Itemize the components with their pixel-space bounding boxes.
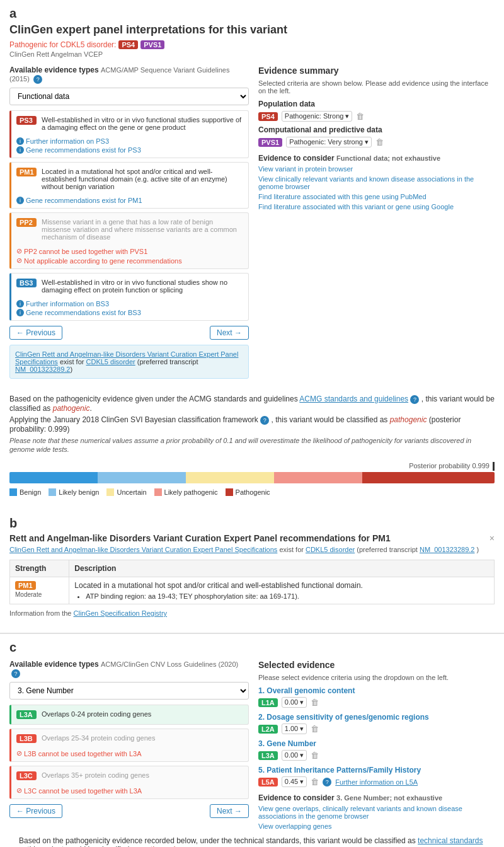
technical-standards-link[interactable]: technical standards	[418, 836, 483, 845]
help-icon-c[interactable]: ?	[11, 669, 20, 678]
bar-benign	[9, 472, 98, 483]
pm1-bullet-1: ATP binding region: aa 19-43; TEY phosph…	[86, 592, 489, 600]
evidence-item-pp2: PP2 Missense variant in a gene that has …	[9, 212, 249, 269]
l2a-delete-icon[interactable]: 🗑	[311, 724, 319, 734]
badge-pm1: PM1	[16, 168, 37, 176]
ev-link-1[interactable]: View variant in protein browser	[258, 165, 495, 173]
pm1-gene-link[interactable]: Gene recommendations exist for PM1	[26, 197, 142, 204]
evidence-types-label-c: Available evidence types	[9, 660, 99, 669]
l1a-delete-icon[interactable]: 🗑	[311, 698, 319, 707]
ev-link-3[interactable]: Find literature associated with this gen…	[258, 193, 495, 200]
evidence-item-pm1: PM1 Located in a mutational hot spot and…	[9, 162, 249, 209]
badge-l2a: L2A	[258, 725, 278, 734]
section-letter-c: c	[9, 640, 495, 655]
acmg-link[interactable]: ACMG standards and guidelines	[299, 395, 408, 403]
panel-footer-b: Information from the ClinGen Specificati…	[9, 609, 495, 617]
help-icon-l5a[interactable]: ?	[323, 778, 331, 786]
evidence-consider-label-c: Evidence to consider 3. Gene Number; not…	[258, 793, 495, 802]
evidence-summary-desc: Selected criteria are shown below. Pleas…	[258, 79, 495, 95]
prev-button-a[interactable]: ← Previous	[9, 326, 62, 340]
ev-link-c-2[interactable]: View overlapping genes	[258, 822, 495, 830]
guidelines-ref-c: ACMG/ClinGen CNV Loss Guidelines (2020)	[101, 660, 238, 668]
evidence-consider-sub-a: Functional data; not exhaustive	[336, 154, 440, 162]
ps3-info-link[interactable]: Further information on PS3	[26, 137, 109, 145]
classification-text-2a: Applying the January 2018 ClinGen SVI Ba…	[9, 415, 258, 424]
next-button-c[interactable]: Next →	[210, 804, 249, 818]
ps3-gene-link[interactable]: Gene recommendations exist for PS3	[26, 146, 141, 154]
help-icon-bayes[interactable]: ?	[260, 416, 269, 425]
evidence-item-ps3: PS3 Well-established in vitro or in vivo…	[9, 110, 249, 158]
l3a-delete-icon[interactable]: 🗑	[311, 751, 319, 760]
help-icon-class[interactable]: ?	[410, 395, 419, 404]
l3a-description: Overlaps 0-24 protein coding genes	[42, 710, 151, 718]
evidence-item-l3c: L3C Overlaps 35+ protein coding genes ⊘L…	[9, 766, 249, 799]
evidence-item-l3a: L3A Overlaps 0-24 protein coding genes	[9, 705, 249, 725]
cdkl5-link-b[interactable]: CDKL5 disorder	[306, 546, 355, 553]
transcript-link[interactable]: NM_001323289.2	[15, 366, 70, 373]
l5a-value-select[interactable]: 0.45 ▾	[282, 776, 307, 787]
sel-ev-section-2-label: 2. Dosage sensitivity of genes/genomic r…	[258, 713, 495, 722]
badge-ps4: PS4	[118, 40, 138, 49]
col-strength: Strength	[10, 560, 69, 577]
sel-ev-section-5-label: 5. Patient Inheritance Patterns/Family H…	[258, 766, 495, 775]
pvs1-delete-icon[interactable]: 🗑	[375, 137, 384, 147]
panel-subtitle-b: ClinGen Rett and Angelman-like Disorders…	[9, 546, 495, 553]
classification-text-1a: Based on the pathogenicity evidence give…	[9, 395, 298, 403]
ps4-delete-icon[interactable]: 🗑	[356, 112, 364, 121]
badge-pvs1-summary: PVS1	[258, 138, 282, 147]
section-c: c Available evidence types ACMG/ClinGen …	[0, 633, 504, 847]
l3a-value-select[interactable]: 0.00 ▾	[282, 750, 307, 761]
classification-word-2: pathogenic	[390, 415, 427, 424]
prev-button-c[interactable]: ← Previous	[9, 804, 62, 818]
spec-registry-link[interactable]: ClinGen Specification Registry	[74, 609, 168, 617]
cdkl5-link[interactable]: CDKL5 disorder	[86, 358, 135, 366]
main-title: ClinGen expert panel interpretations for…	[9, 23, 495, 37]
ev-link-c-1[interactable]: View gene overlaps, clinically relevant …	[258, 805, 495, 820]
badge-l1a: L1A	[258, 698, 278, 707]
l3b-description: Overlaps 25-34 protein coding genes	[42, 734, 155, 742]
section-letter-b: b	[9, 516, 495, 531]
l5a-info-link[interactable]: Further information on L5A	[335, 778, 418, 786]
ev-link-4[interactable]: Find literature associated with this var…	[258, 203, 495, 210]
classification-text-2b: , this variant would be classified as	[272, 415, 388, 424]
bar-legend-a: Benign Likely benign Uncertain Likely pa…	[9, 488, 495, 496]
ev-link-2[interactable]: View clinically relevant variants and kn…	[258, 175, 495, 190]
transcript-link-b[interactable]: NM_001323289.2	[420, 546, 474, 553]
badge-ps3: PS3	[16, 116, 37, 125]
ps4-value-select[interactable]: Pathogenic: Strong ▾	[282, 111, 353, 122]
table-row-pm1: PM1 Moderate Located in a mutational hot…	[10, 577, 495, 604]
strength-label-b: Moderate	[15, 591, 64, 598]
evidence-consider-sub-c: 3. Gene Number; not exhaustive	[336, 794, 442, 802]
evidence-type-dropdown[interactable]: Functional data	[9, 88, 249, 105]
population-data-label: Population data	[258, 100, 495, 108]
l5a-delete-icon[interactable]: 🗑	[311, 777, 319, 786]
panel-spec-link[interactable]: ClinGen Rett and Angelman-like Disorders…	[9, 546, 277, 553]
sel-ev-section-3-label: 3. Gene Number	[258, 739, 495, 748]
section-letter-a: a	[9, 6, 495, 21]
info-box-a: ClinGen Rett and Angelman-like Disorders…	[9, 345, 249, 379]
l3c-warn: L3C cannot be used together with L3A	[24, 787, 142, 795]
bs3-description: Well-established in vitro or in vivo fun…	[42, 279, 243, 294]
bs3-gene-link[interactable]: Gene recommendations exist for BS3	[26, 309, 141, 316]
note-text: Please note that these numerical values …	[9, 437, 471, 453]
section-b: b × Rett and Angelman-like Disorders Var…	[0, 509, 504, 626]
bs3-info-link[interactable]: Further information on BS3	[26, 300, 109, 308]
close-button-b[interactable]: ×	[490, 533, 495, 543]
bar-likely-path	[274, 472, 362, 483]
next-button-a[interactable]: Next →	[210, 326, 249, 340]
evidence-type-dropdown-c[interactable]: 3. Gene Number	[9, 682, 249, 700]
help-icon-a[interactable]: ?	[33, 75, 42, 84]
selected-evidence-desc: Please select evidence criteria using th…	[258, 674, 495, 681]
bar-likely-benign	[98, 472, 186, 483]
panel-title-b: Rett and Angelman-like Disorders Variant…	[9, 533, 495, 543]
l3b-warn: L3B cannot be used together with L3A	[24, 750, 142, 758]
pvs1-value-select[interactable]: Pathogenic: Very strong ▾	[286, 137, 372, 147]
badge-pvs1: PVS1	[140, 40, 164, 49]
l1a-value-select[interactable]: 0.00 ▾	[282, 697, 307, 708]
pm1-description: Located in a mutational hot spot and/or …	[42, 168, 243, 190]
evidence-types-label: Available evidence types	[9, 66, 99, 74]
bar-pathogenic	[362, 472, 495, 483]
l2a-value-select[interactable]: 1.00 ▾	[282, 723, 307, 734]
ps3-description: Well-established in vitro or in vivo fun…	[42, 116, 243, 131]
posterior-label: Posterior probability 0.999	[9, 462, 495, 471]
